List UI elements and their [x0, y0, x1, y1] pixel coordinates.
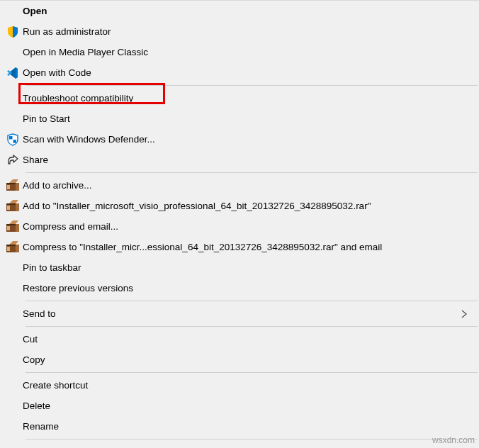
menu-label: Troubleshoot compatibility: [23, 93, 472, 103]
menu-item-copy[interactable]: Copy: [0, 349, 479, 370]
separator: [26, 439, 478, 439]
svg-rect-16: [16, 245, 19, 252]
menu-label: Share: [23, 155, 472, 165]
winrar-icon: [3, 178, 23, 194]
svg-rect-3: [6, 183, 16, 184]
svg-rect-13: [7, 226, 10, 230]
menu-label: Compress to "Installer_micr...essional_6…: [23, 242, 472, 252]
vscode-icon: [3, 65, 23, 81]
menu-item-open[interactable]: Open: [0, 1, 479, 21]
blank-icon: [3, 91, 23, 106]
svg-rect-11: [6, 224, 16, 225]
menu-label: Pin to taskbar: [23, 262, 472, 273]
menu-item-share[interactable]: Share: [0, 150, 479, 170]
svg-rect-17: [7, 247, 10, 251]
menu-item-troubleshoot-compatibility[interactable]: Troubleshoot compatibility: [0, 88, 479, 108]
menu-label: Cut: [23, 334, 472, 345]
winrar-icon: [3, 198, 23, 214]
svg-rect-4: [16, 183, 19, 191]
menu-label: Scan with Windows Defender...: [23, 134, 472, 145]
menu-item-compress-to-and-email[interactable]: Compress to "Installer_micr...essional_6…: [0, 237, 479, 257]
separator: [26, 85, 478, 86]
menu-item-compress-and-email[interactable]: Compress and email...: [0, 216, 479, 237]
menu-item-send-to[interactable]: Send to: [0, 303, 479, 324]
menu-label: Restore previous versions: [23, 283, 472, 293]
menu-label: Send to: [23, 308, 461, 319]
blank-icon: [3, 378, 23, 393]
menu-item-pin-to-taskbar[interactable]: Pin to taskbar: [0, 257, 479, 278]
menu-label: Add to archive...: [23, 180, 472, 191]
menu-item-add-to-archive[interactable]: Add to archive...: [0, 175, 479, 196]
context-menu: Open Run as administrator Open in Media …: [0, 0, 479, 448]
menu-item-cut[interactable]: Cut: [0, 329, 479, 349]
menu-label: Delete: [23, 401, 472, 411]
menu-item-pin-to-start[interactable]: Pin to Start: [0, 108, 479, 129]
blank-icon: [3, 260, 23, 276]
menu-item-scan-defender[interactable]: Scan with Windows Defender...: [0, 129, 479, 150]
svg-rect-15: [6, 245, 16, 246]
separator: [26, 301, 478, 301]
blank-icon: [3, 444, 23, 449]
menu-item-rename[interactable]: Rename: [0, 416, 479, 437]
svg-rect-1: [13, 140, 17, 143]
menu-label: Open: [23, 6, 472, 16]
shield-icon: [3, 24, 23, 40]
menu-item-open-media-player-classic[interactable]: Open in Media Player Classic: [0, 42, 479, 62]
svg-rect-8: [16, 203, 19, 211]
blank-icon: [3, 352, 23, 368]
blank-icon: [3, 4, 23, 19]
menu-label: Compress and email...: [23, 221, 472, 232]
menu-item-open-with-code[interactable]: Open with Code: [0, 62, 479, 83]
share-icon: [3, 152, 23, 168]
menu-label: Copy: [23, 354, 472, 365]
menu-label: Add to "Installer_microsoft_visio_profes…: [23, 201, 472, 211]
blank-icon: [3, 45, 23, 60]
blank-icon: [3, 419, 23, 435]
menu-item-delete[interactable]: Delete: [0, 396, 479, 416]
blank-icon: [3, 281, 23, 296]
blank-icon: [3, 111, 23, 127]
svg-rect-5: [7, 185, 10, 189]
submenu-arrow-icon: [461, 310, 472, 318]
svg-rect-0: [9, 136, 13, 140]
menu-item-properties[interactable]: Properties: [0, 442, 479, 448]
menu-item-create-shortcut[interactable]: Create shortcut: [0, 375, 479, 396]
svg-rect-9: [7, 206, 10, 210]
menu-label: Run as administrator: [23, 26, 472, 37]
menu-item-restore-previous-versions[interactable]: Restore previous versions: [0, 278, 479, 298]
blank-icon: [3, 332, 23, 347]
winrar-icon: [3, 219, 23, 235]
blank-icon: [3, 398, 23, 414]
menu-item-add-to-rar[interactable]: Add to "Installer_microsoft_visio_profes…: [0, 196, 479, 216]
separator: [26, 172, 478, 173]
separator: [26, 372, 478, 373]
menu-item-run-as-administrator[interactable]: Run as administrator: [0, 21, 479, 42]
winrar-icon: [3, 240, 23, 255]
menu-label: Open with Code: [23, 67, 472, 78]
menu-label: Pin to Start: [23, 113, 472, 124]
menu-label: Create shortcut: [23, 380, 472, 391]
svg-rect-7: [6, 203, 16, 205]
separator: [26, 326, 478, 327]
watermark: wsxdn.com: [432, 435, 475, 445]
menu-label: Open in Media Player Classic: [23, 47, 472, 57]
blank-icon: [3, 306, 23, 322]
svg-rect-12: [16, 224, 19, 232]
menu-label: Rename: [23, 421, 472, 432]
defender-icon: [3, 132, 23, 147]
